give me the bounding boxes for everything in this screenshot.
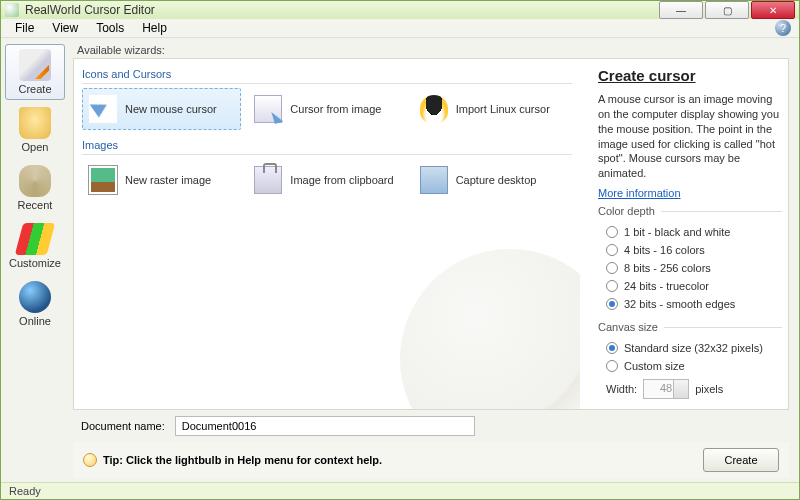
wizard-capture-desktop[interactable]: Capture desktop [413,159,572,201]
nav-label: Create [18,83,51,95]
nav-label: Online [19,315,51,327]
radio-icon [606,262,618,274]
tip-prefix: Tip: [103,454,123,466]
radio-standard-size[interactable]: Standard size (32x32 pixels) [598,339,782,357]
wizards-label: Available wizards: [73,44,789,56]
create-icon [19,49,51,81]
more-info-link[interactable]: More information [598,187,782,199]
clipboard-icon [254,166,282,194]
width-unit: pixels [695,383,723,395]
context-help-icon[interactable]: ? [775,20,791,36]
canvas-size-group: Canvas size Standard size (32x32 pixels)… [598,321,782,401]
close-button[interactable]: ✕ [751,1,795,19]
radio-icon [606,280,618,292]
raster-image-icon [89,166,117,194]
wizard-label: Capture desktop [456,174,537,186]
main-panel: Available wizards: Icons and Cursors New… [69,38,799,482]
radio-icon [606,342,618,354]
nav-label: Open [22,141,49,153]
wizard-row: New mouse cursor Cursor from image Impor… [82,88,572,130]
radio-label: 8 bits - 256 colors [624,262,711,274]
wizard-label: Image from clipboard [290,174,393,186]
wizard-columns: Icons and Cursors New mouse cursor Curso… [73,58,789,410]
radio-icon [606,226,618,238]
wizard-image-from-clipboard[interactable]: Image from clipboard [247,159,406,201]
radio-custom-size[interactable]: Custom size [598,357,782,375]
width-label: Width: [606,383,637,395]
radio-icon [606,360,618,372]
document-name-row: Document name: [73,410,789,442]
color-depth-group: Color depth 1 bit - black and white 4 bi… [598,205,782,315]
document-name-label: Document name: [81,420,165,432]
group-header-images: Images [82,136,572,155]
left-nav: Create Open Recent Customize Online [1,38,69,482]
tux-icon [420,95,448,123]
tip-text: Click the lightbulb in Help menu for con… [126,454,382,466]
radio-label: 4 bits - 16 colors [624,244,705,256]
wizard-new-raster-image[interactable]: New raster image [82,159,241,201]
radio-1bit[interactable]: 1 bit - black and white [598,223,782,241]
nav-recent[interactable]: Recent [5,160,65,216]
wizard-import-linux-cursor[interactable]: Import Linux cursor [413,88,572,130]
minimize-button[interactable]: — [659,1,703,19]
radio-icon [606,298,618,310]
status-bar: Ready [1,482,799,499]
wizard-label: Import Linux cursor [456,103,550,115]
nav-customize[interactable]: Customize [5,218,65,274]
radio-8bit[interactable]: 8 bits - 256 colors [598,259,782,277]
radio-label: Standard size (32x32 pixels) [624,342,763,354]
tip-content: Tip: Click the lightbulb in Help menu fo… [83,453,382,467]
app-icon [5,3,19,17]
wizard-cursor-from-image[interactable]: Cursor from image [247,88,406,130]
menu-tools[interactable]: Tools [88,19,132,37]
lightbulb-icon [83,453,97,467]
radio-label: Custom size [624,360,685,372]
menu-file[interactable]: File [7,19,42,37]
nav-create[interactable]: Create [5,44,65,100]
hourglass-icon [19,165,51,197]
nav-label: Customize [9,257,61,269]
create-button[interactable]: Create [703,448,779,472]
nav-label: Recent [18,199,53,211]
color-depth-legend: Color depth [598,205,661,217]
details-description: A mouse cursor is an image moving on the… [598,92,782,181]
image-to-cursor-icon [254,95,282,123]
app-window: RealWorld Cursor Editor — ▢ ✕ File View … [0,0,800,500]
menu-view[interactable]: View [44,19,86,37]
document-name-input[interactable] [175,416,475,436]
details-panel: Create cursor A mouse cursor is an image… [588,59,788,409]
screen-capture-icon [420,166,448,194]
wizard-label: New mouse cursor [125,103,217,115]
open-folder-icon [19,107,51,139]
wizard-label: Cursor from image [290,103,381,115]
nav-online[interactable]: Online [5,276,65,332]
globe-icon [19,281,51,313]
wizard-row: New raster image Image from clipboard Ca… [82,159,572,201]
content-area: Create Open Recent Customize Online Avai… [1,38,799,482]
radio-24bit[interactable]: 24 bits - truecolor [598,277,782,295]
radio-label: 24 bits - truecolor [624,280,709,292]
nav-open[interactable]: Open [5,102,65,158]
crayons-icon [15,223,56,255]
radio-label: 1 bit - black and white [624,226,730,238]
menu-help[interactable]: Help [134,19,175,37]
radio-32bit[interactable]: 32 bits - smooth edges [598,295,782,313]
group-header-cursors: Icons and Cursors [82,65,572,84]
wizard-list: Icons and Cursors New mouse cursor Curso… [74,59,580,409]
radio-icon [606,244,618,256]
details-title: Create cursor [598,67,782,84]
maximize-button[interactable]: ▢ [705,1,749,19]
menubar: File View Tools Help ? [1,19,799,38]
tip-bar: Tip: Click the lightbulb in Help menu fo… [73,442,789,478]
wizard-label: New raster image [125,174,211,186]
wizard-new-mouse-cursor[interactable]: New mouse cursor [82,88,241,130]
width-spinner[interactable]: 48 [643,379,689,399]
width-row: Width: 48 pixels [598,375,782,399]
cursor-arrow-icon [89,95,117,123]
watermark-logo [400,249,580,409]
radio-4bit[interactable]: 4 bits - 16 colors [598,241,782,259]
window-title: RealWorld Cursor Editor [25,3,155,17]
radio-label: 32 bits - smooth edges [624,298,735,310]
titlebar: RealWorld Cursor Editor — ▢ ✕ [1,1,799,19]
canvas-legend: Canvas size [598,321,664,333]
